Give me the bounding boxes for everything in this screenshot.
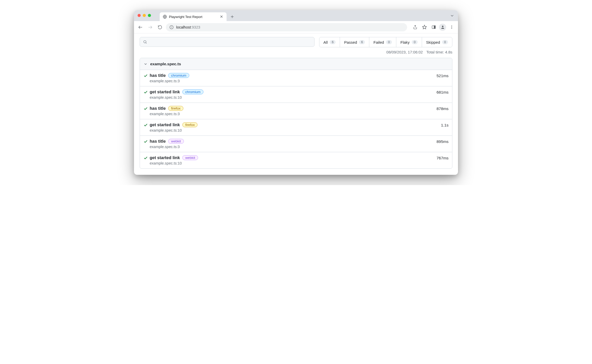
file-list: example.spec.ts has title chromium examp… <box>140 58 452 169</box>
check-icon <box>143 123 150 127</box>
svg-point-16 <box>451 27 452 28</box>
check-icon <box>143 106 150 111</box>
search-icon <box>143 40 147 44</box>
browser-toolbar: localhost:9323 <box>134 21 458 33</box>
sidepanel-button[interactable] <box>430 23 437 31</box>
filter-count: 0 <box>386 40 392 44</box>
test-location: example.spec.ts:3 <box>150 112 436 116</box>
browser-badge: firefox <box>182 122 198 127</box>
test-location: example.spec.ts:3 <box>150 145 436 149</box>
test-duration: 878ms <box>436 106 449 116</box>
svg-line-19 <box>146 43 147 43</box>
test-name: has title <box>150 73 166 78</box>
filter-passed[interactable]: Passed 6 <box>340 37 369 47</box>
filter-count: 0 <box>442 40 448 44</box>
test-name: get started link <box>150 122 180 127</box>
browser-window: Playwright Test Report ✕ localhost:9323 <box>134 10 458 175</box>
filter-label: Flaky <box>400 40 410 44</box>
close-icon[interactable]: ✕ <box>219 15 223 19</box>
search-box[interactable] <box>140 37 315 47</box>
browser-badge: firefox <box>168 106 183 111</box>
test-duration: 767ms <box>436 155 449 165</box>
nav-forward-button[interactable] <box>146 23 154 31</box>
new-tab-button[interactable] <box>229 13 236 20</box>
test-location: example.spec.ts:10 <box>150 161 436 165</box>
svg-marker-10 <box>422 25 426 29</box>
window-controls <box>138 14 151 17</box>
test-name: get started link <box>150 89 180 94</box>
test-duration: 521ms <box>436 73 449 83</box>
filter-count: 6 <box>330 40 336 44</box>
tabs-dropdown-button[interactable] <box>450 13 454 18</box>
share-button[interactable] <box>411 23 419 31</box>
nav-reload-button[interactable] <box>156 23 164 31</box>
window-minimize-button[interactable] <box>143 14 146 17</box>
svg-point-17 <box>451 28 452 29</box>
filter-label: Passed <box>344 40 357 44</box>
check-icon <box>143 74 150 78</box>
test-duration: 1.1s <box>441 122 449 132</box>
file-header[interactable]: example.spec.ts <box>140 58 452 70</box>
browser-tabbar: Playwright Test Report ✕ <box>134 10 458 21</box>
url-host: localhost <box>176 25 191 29</box>
check-icon <box>143 156 150 160</box>
test-row[interactable]: has title firefox example.spec.ts:3 878m… <box>140 103 452 119</box>
filter-failed[interactable]: Failed 0 <box>369 37 396 47</box>
nav-back-button[interactable] <box>137 23 144 31</box>
test-name: has title <box>150 106 166 111</box>
svg-point-8 <box>172 26 172 27</box>
test-duration: 895ms <box>436 139 449 149</box>
filter-label: All <box>324 40 328 44</box>
svg-point-18 <box>144 41 146 43</box>
filter-label: Failed <box>373 40 384 44</box>
test-name: get started link <box>150 155 180 160</box>
test-location: example.spec.ts:10 <box>150 95 436 99</box>
test-row[interactable]: get started link firefox example.spec.ts… <box>140 119 452 136</box>
test-row[interactable]: has title chromium example.spec.ts:3 521… <box>140 70 452 86</box>
browser-tab[interactable]: Playwright Test Report ✕ <box>160 12 227 21</box>
test-name: has title <box>150 139 166 144</box>
browser-badge: webkit <box>182 155 198 160</box>
meta-row: 08/09/2023, 17:06:02 Total time: 4.8s <box>140 50 452 54</box>
url-port: :9323 <box>191 25 200 29</box>
browser-badge: webkit <box>168 139 184 144</box>
test-location: example.spec.ts:10 <box>150 128 441 132</box>
globe-icon <box>163 15 167 19</box>
filter-count: 0 <box>412 40 418 44</box>
filter-count: 6 <box>359 40 365 44</box>
window-zoom-button[interactable] <box>148 14 151 17</box>
test-row[interactable]: get started link webkit example.spec.ts:… <box>140 152 452 168</box>
address-bar[interactable]: localhost:9323 <box>166 23 407 31</box>
test-location: example.spec.ts:3 <box>150 79 436 83</box>
window-close-button[interactable] <box>138 14 141 17</box>
total-time: Total time: 4.8s <box>426 50 452 54</box>
filter-all[interactable]: All 6 <box>319 37 340 47</box>
browser-badge: chromium <box>182 89 203 94</box>
site-info-icon[interactable] <box>169 25 174 29</box>
filter-flaky[interactable]: Flaky 0 <box>396 37 422 47</box>
file-name: example.spec.ts <box>150 62 181 66</box>
browser-badge: chromium <box>168 73 189 78</box>
profile-button[interactable] <box>439 24 446 31</box>
svg-point-15 <box>451 25 452 26</box>
test-row[interactable]: has title webkit example.spec.ts:3 895ms <box>140 136 452 152</box>
test-row[interactable]: get started link chromium example.spec.t… <box>140 86 452 103</box>
bookmark-button[interactable] <box>420 23 428 31</box>
filter-label: Skipped <box>426 40 440 44</box>
tab-title: Playwright Test Report <box>169 15 217 19</box>
filter-skipped[interactable]: Skipped 0 <box>422 37 452 47</box>
chevron-down-icon <box>143 62 148 66</box>
url-text: localhost:9323 <box>176 25 200 29</box>
search-input[interactable] <box>149 40 311 44</box>
check-icon <box>143 90 150 94</box>
check-icon <box>143 139 150 144</box>
svg-point-14 <box>442 26 443 27</box>
test-duration: 681ms <box>436 89 449 99</box>
report-content: All 6 Passed 6 Failed 0 Flaky 0 Skipped <box>134 33 458 175</box>
filter-bar: All 6 Passed 6 Failed 0 Flaky 0 Skipped <box>319 37 452 47</box>
menu-button[interactable] <box>448 23 455 31</box>
run-timestamp: 08/09/2023, 17:06:02 <box>386 50 423 54</box>
svg-rect-13 <box>434 26 435 29</box>
